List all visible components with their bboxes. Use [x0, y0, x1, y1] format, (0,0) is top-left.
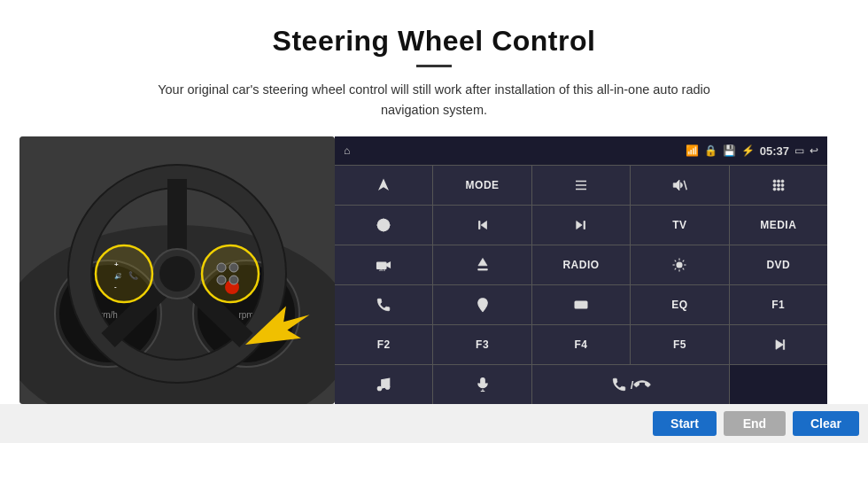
svg-point-36 [777, 184, 779, 187]
svg-point-38 [773, 188, 776, 190]
empty-cell [730, 365, 827, 404]
map-btn[interactable] [433, 285, 531, 324]
tv-btn[interactable]: TV [631, 206, 728, 245]
title-divider [416, 65, 452, 67]
svg-point-17 [202, 245, 259, 302]
nav-btn[interactable] [335, 166, 432, 205]
button-grid: MODE TV MED [335, 165, 827, 404]
svg-point-49 [677, 262, 682, 268]
playpause-btn[interactable] [730, 325, 827, 364]
screen-icon: ▭ [794, 144, 804, 157]
next-btn[interactable] [532, 206, 630, 245]
clear-button[interactable]: Clear [793, 411, 859, 436]
dvd-btn[interactable]: DVD [730, 245, 827, 284]
page-title: Steering Wheel Control [0, 0, 868, 58]
bluetooth-icon: ⚡ [741, 144, 755, 157]
svg-point-35 [773, 184, 776, 187]
status-bar-right: 📶 🔒 💾 ⚡ 05:37 ▭ ↩ [686, 144, 818, 158]
svg-point-61 [377, 387, 382, 392]
svg-text:360: 360 [379, 268, 385, 272]
eject-btn[interactable] [433, 245, 531, 284]
call-end-btn[interactable]: / [532, 365, 729, 404]
svg-point-39 [777, 188, 779, 190]
svg-line-55 [683, 268, 685, 270]
clock: 05:37 [760, 144, 789, 158]
lock-icon: 🔒 [704, 144, 717, 157]
svg-point-24 [217, 276, 226, 284]
svg-point-33 [777, 180, 779, 183]
media-btn[interactable]: MEDIA [730, 206, 827, 245]
svg-line-57 [683, 260, 685, 262]
start-button[interactable]: Start [653, 411, 717, 436]
svg-text:📞: 📞 [128, 270, 139, 281]
settings-btn[interactable] [335, 206, 432, 245]
end-button[interactable]: End [724, 411, 786, 436]
svg-point-16 [96, 245, 152, 302]
music-btn[interactable] [335, 365, 432, 404]
wifi-icon: 📶 [686, 144, 699, 157]
svg-text:-: - [114, 283, 117, 291]
cam360-btn[interactable]: 360 [335, 245, 432, 284]
svg-point-34 [781, 180, 784, 183]
mic-btn[interactable] [433, 365, 531, 404]
eq-btn[interactable]: EQ [631, 285, 728, 324]
rect-btn[interactable] [532, 285, 630, 324]
svg-rect-59 [575, 302, 587, 309]
mode-btn[interactable]: MODE [433, 166, 531, 205]
svg-text:+: + [114, 260, 119, 268]
f2-btn[interactable]: F2 [335, 325, 432, 364]
svg-point-40 [781, 188, 784, 190]
bottom-action-bar: Start End Clear [0, 404, 868, 443]
f4-btn[interactable]: F4 [532, 325, 630, 364]
brightness-btn[interactable] [631, 245, 728, 284]
svg-point-37 [781, 184, 784, 187]
apps-btn[interactable] [730, 166, 827, 205]
svg-point-15 [159, 256, 195, 292]
svg-line-56 [675, 268, 677, 270]
status-bar: ⌂ 📶 🔒 💾 ⚡ 05:37 ▭ ↩ [335, 136, 827, 165]
sd-icon: 💾 [723, 144, 736, 157]
f3-btn[interactable]: F3 [433, 325, 531, 364]
list-btn[interactable] [532, 166, 630, 205]
home-icon[interactable]: ⌂ [344, 144, 350, 157]
svg-point-22 [217, 263, 226, 272]
svg-rect-60 [783, 340, 785, 350]
steering-wheel-image: km/h rpm + 🔊 - 📞 [19, 136, 335, 404]
svg-text:🔊: 🔊 [114, 272, 122, 280]
svg-point-23 [229, 263, 238, 272]
svg-point-32 [773, 180, 776, 183]
phone-btn[interactable] [335, 285, 432, 324]
content-area: km/h rpm + 🔊 - 📞 [0, 136, 868, 404]
svg-point-62 [385, 385, 390, 390]
status-bar-left: ⌂ [344, 144, 350, 157]
svg-point-42 [382, 223, 386, 228]
radio-btn[interactable]: RADIO [532, 245, 630, 284]
svg-line-54 [675, 260, 677, 262]
f5-btn[interactable]: F5 [631, 325, 728, 364]
f1-btn[interactable]: F1 [730, 285, 827, 324]
svg-line-31 [685, 181, 687, 190]
back-icon[interactable]: ↩ [810, 144, 818, 157]
radio-panel: ⌂ 📶 🔒 💾 ⚡ 05:37 ▭ ↩ MODE [335, 136, 827, 404]
svg-point-25 [229, 276, 238, 284]
subtitle: Your original car's steering wheel contr… [133, 80, 735, 120]
mute-btn[interactable] [631, 166, 728, 205]
svg-marker-27 [378, 179, 389, 191]
prev-btn[interactable] [433, 206, 531, 245]
